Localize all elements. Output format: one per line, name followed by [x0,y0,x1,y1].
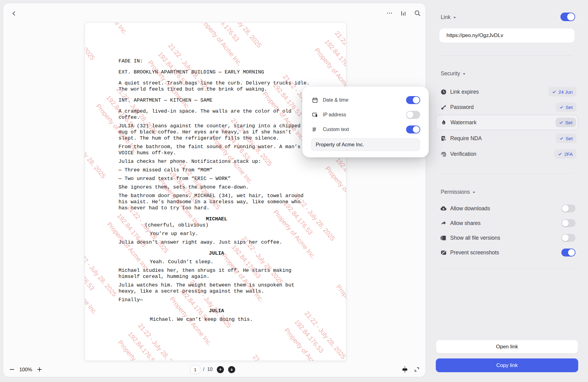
watermark-tile: 21:22 - July 28, 2025192.84.176.53Proper… [115,320,184,361]
row-label: Allow downloads [450,205,490,212]
link-settings-panel: Link Security Link expires24 JunPassword… [436,0,578,382]
security-row-link-expires[interactable]: Link expires24 Jun [436,85,578,99]
divider [441,55,573,56]
screenplay-action: — Two unread texts from “ERIC — WORK” [119,176,323,182]
status-badge: Set [556,103,576,112]
screenplay-action: Julia doesn’t answer right away. Just si… [119,239,323,245]
zoom-in-button[interactable] [35,365,44,374]
screenplay-paren: (cheerful, oblivious) [145,222,323,228]
watermark-options-popover: Date & timeIP addressCustom text [302,87,429,157]
security-row-watermark[interactable]: WatermarkSet [436,115,578,130]
caret-down-icon [453,16,456,19]
check-icon [559,121,563,125]
open-link-button[interactable]: Open link [436,340,578,354]
permissions-section-header[interactable]: Permissions [441,189,476,195]
watermark-tile: 21:22 - July 28, 2025192.84.176.53Proper… [248,23,318,25]
ip-address-icon [311,111,318,118]
previous-page-button[interactable] [217,366,224,373]
check-icon [558,152,562,156]
page-number-input[interactable] [190,365,200,374]
show-all-file-versions-toggle[interactable] [561,234,575,242]
row-label: IP address [323,112,346,118]
droplet-icon [440,119,447,126]
security-row-require-nda[interactable]: Require NDASet [436,132,578,145]
security-section-title: Security [441,70,460,77]
no-screenshot-icon [440,249,447,256]
watermark-option-row-custom-text: Custom text [302,123,429,136]
share-icon [440,220,447,227]
download-cloud-icon [440,205,447,212]
row-label: Show all file versions [450,235,500,241]
row-label: Date & time [323,97,349,103]
caret-down-icon [462,72,466,76]
link-section-title: Link [441,14,450,21]
date-time-toggle[interactable] [406,96,420,104]
analytics-button[interactable] [398,8,409,18]
screenplay-character: JULIA [198,250,235,257]
back-button[interactable] [9,8,19,19]
watermark-custom-text-input[interactable] [311,138,420,151]
allow-downloads-toggle[interactable] [561,204,575,212]
permission-row-allow-downloads: Allow downloads [436,202,578,215]
nda-icon [440,135,447,142]
ip-address-toggle[interactable] [406,111,420,119]
row-label: Allow shares [450,220,481,227]
chevron-left-icon [11,10,17,17]
fullscreen-button[interactable] [414,366,420,373]
scroll-mode-icon [401,365,409,373]
link-enabled-toggle[interactable] [560,13,575,21]
zoom-level: 100% [16,367,35,373]
row-label: Watermark [450,119,477,126]
fullscreen-icon [414,366,420,373]
screenplay-character: JULIA [198,308,235,314]
zoom-controls: 100% [8,364,44,375]
scroll-mode-button[interactable] [401,365,409,373]
screenplay-action: From the bathroom, the faint sound of ru… [119,144,323,156]
allow-shares-toggle[interactable] [561,219,575,227]
divider [441,269,573,269]
screenplay-action: Michael studies her, then shrugs it off.… [119,268,323,280]
row-label: Password [450,104,474,110]
security-section-header[interactable]: Security [441,70,466,77]
screenplay-action: Finally— [119,297,323,303]
divider [441,173,573,174]
screenplay-text: FADE IN:EXT. BROOKLYN APARTMENT BUILDING… [119,58,323,323]
prevent-screenshots-toggle[interactable] [561,249,575,257]
document-page: FADE IN:EXT. BROOKLYN APARTMENT BUILDING… [85,22,346,361]
bar-chart-icon [400,10,407,17]
security-row-verification[interactable]: Verification2FA [436,147,578,161]
view-mode-controls [401,364,420,375]
next-page-button[interactable] [228,366,235,373]
watermark-tile: 21:22 - July 28, 2025192.84.176.53Proper… [85,23,100,81]
security-row-password[interactable]: PasswordSet [436,100,578,114]
badge-label: 2FA [564,151,573,157]
more-options-button[interactable] [384,8,395,18]
row-label: Require NDA [450,135,482,142]
watermark-tile: 21:22 - July 28, 2025192.84.176.53Proper… [85,23,152,38]
screenplay-action: Julia checks her phone. Notifications st… [119,159,323,165]
status-badge: Set [556,118,576,127]
row-label: Custom text [323,127,349,132]
screenplay-dialogue: Yeah. Couldn’t sleep. [150,259,323,265]
permission-row-prevent-screenshots: Prevent screenshots [436,246,578,259]
screenplay-action: She ignores them, sets the phone face-do… [119,184,323,190]
screenplay-scene: INT. APARTMENT — KITCHEN — SAME [119,97,323,103]
text-lines-icon [311,126,318,133]
versions-icon [440,234,447,241]
badge-label: Set [566,104,573,110]
calendar-icon [311,97,318,103]
watermark-tile: 21:22 - July 28, 2025192.84.176.53Proper… [85,127,111,200]
screenplay-transition: FADE IN: [119,58,323,64]
badge-label: 24 Jun [558,89,573,95]
ellipsis-icon [386,10,393,17]
link-section-header[interactable]: Link [441,14,456,21]
link-url-input[interactable] [439,28,575,43]
custom-text-toggle[interactable] [406,125,420,133]
watermark-tile: 21:22 - July 28, 2025192.84.176.53Proper… [229,351,299,361]
copy-link-button[interactable]: Copy link [436,358,578,372]
zoom-out-button[interactable] [8,365,16,374]
fingerprint-icon [440,151,447,157]
search-button[interactable] [412,8,423,18]
document-viewer-card: FADE IN:EXT. BROOKLYN APARTMENT BUILDING… [3,3,426,377]
screenplay-dialogue: Michael. We can’t keep doing this. [150,316,323,323]
